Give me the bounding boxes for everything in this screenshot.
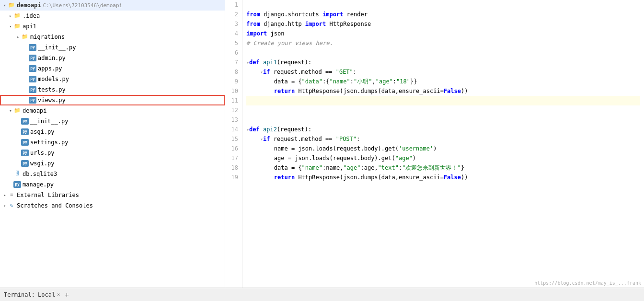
settings-icon: py <box>21 139 29 146</box>
local-tab-close[interactable]: × <box>57 292 60 297</box>
scratches-arrow <box>2 203 8 208</box>
sidebar-item-api1[interactable]: 📁 api1 <box>0 21 225 32</box>
external-icon: ≡ <box>8 192 15 198</box>
code-line-7: ▾def api1(request): <box>246 58 640 67</box>
code-line-1 <box>246 0 640 10</box>
code-line-15: ▾if request.method == "POST": <box>246 134 640 144</box>
code-line-14: ▾def api2(request): <box>246 125 640 134</box>
code-line-6 <box>246 48 640 58</box>
asgi-icon: py <box>21 128 29 135</box>
models-label: models.py <box>38 76 69 82</box>
views-label: views.py <box>38 97 66 104</box>
line-numbers: 1 2 3 4 5 6 7 8 9 10 11 12 13 14 15 16 1… <box>225 0 242 288</box>
tree-root[interactable]: 📁 demoapi C:\Users\72103546\demoapi <box>0 0 225 11</box>
apps-label: apps.py <box>38 65 62 72</box>
sidebar-item-db[interactable]: 🗄 db.sqlite3 <box>0 169 225 179</box>
db-icon: 🗄 <box>13 171 21 177</box>
code-editor[interactable]: 1 2 3 4 5 6 7 8 9 10 11 12 13 14 15 16 1… <box>225 0 644 288</box>
sidebar-item-init-api1[interactable]: py __init__.py <box>0 42 225 53</box>
sidebar-item-tests[interactable]: py tests.py <box>0 84 225 95</box>
code-line-11 <box>246 96 640 105</box>
asgi-label: asgi.py <box>30 128 55 135</box>
terminal-label: Terminal: <box>4 291 35 298</box>
code-line-17: age = json.loads(request.body).get("age"… <box>246 153 640 163</box>
code-line-5: # Create your views here. <box>246 38 640 48</box>
idea-label: .idea <box>23 12 40 19</box>
manage-icon: py <box>13 181 21 188</box>
db-label: db.sqlite3 <box>23 171 57 177</box>
init-api1-icon: py <box>29 44 36 51</box>
apps-icon: py <box>29 65 36 72</box>
wsgi-label: wsgi.py <box>30 160 55 167</box>
code-line-18: data = {"name":name,"age":age,"text":"欢迎… <box>246 163 640 173</box>
wsgi-icon: py <box>21 160 29 167</box>
api1-label: api1 <box>23 23 36 30</box>
settings-label: settings.py <box>30 139 68 146</box>
sidebar-item-models[interactable]: py models.py <box>0 74 225 84</box>
scratches-icon: ✎ <box>8 202 15 209</box>
root-path: C:\Users\72103546\demoapi <box>43 2 123 9</box>
file-tree: 📁 demoapi C:\Users\72103546\demoapi 📁 .i… <box>0 0 225 288</box>
migrations-arrow <box>15 35 21 39</box>
idea-arrow <box>8 13 13 18</box>
init-demoapi-label: __init__.py <box>30 118 68 125</box>
demoapi-label: demoapi <box>23 107 47 114</box>
sidebar-item-asgi[interactable]: py asgi.py <box>0 127 225 137</box>
root-folder-icon: 📁 <box>8 2 15 9</box>
code-line-9: data = {"data":{"name":"小明","age":"18"}} <box>246 77 640 86</box>
manage-label: manage.py <box>23 181 54 188</box>
sidebar-item-settings[interactable]: py settings.py <box>0 137 225 148</box>
demoapi-folder-icon: 📁 <box>13 107 21 114</box>
code-line-3: from django.http import HttpResponse <box>246 19 640 29</box>
local-tab-label: Local <box>38 291 55 298</box>
api1-folder-icon: 📁 <box>13 23 21 30</box>
watermark: https://blog.csdn.net/may_is_...frank <box>531 279 644 287</box>
root-label: demoapi <box>17 2 41 9</box>
code-line-19: return HttpResponse(json.dumps(data,ensu… <box>246 173 640 182</box>
sidebar-item-init-demoapi[interactable]: py __init__.py <box>0 116 225 127</box>
code-line-13 <box>246 115 640 125</box>
code-line-10: return HttpResponse(json.dumps(data,ensu… <box>246 86 640 96</box>
sidebar-item-admin[interactable]: py admin.py <box>0 53 225 63</box>
sidebar-item-scratches[interactable]: ✎ Scratches and Consoles <box>0 200 225 211</box>
code-line-12 <box>246 105 640 115</box>
external-arrow <box>2 193 8 197</box>
sidebar-item-urls[interactable]: py urls.py <box>0 148 225 158</box>
bottom-bar: Terminal: Local × + <box>0 288 644 301</box>
code-line-16: name = json.loads(request.body).get('use… <box>246 144 640 153</box>
code-line-4: import json <box>246 29 640 38</box>
migrations-folder-icon: 📁 <box>21 34 29 40</box>
views-icon: py <box>29 97 36 104</box>
demoapi-arrow <box>8 108 13 113</box>
migrations-label: migrations <box>30 34 65 40</box>
scratches-label: Scratches and Consoles <box>17 202 93 209</box>
sidebar-item-wsgi[interactable]: py wsgi.py <box>0 158 225 169</box>
external-label: External Libraries <box>17 192 79 198</box>
urls-label: urls.py <box>30 150 55 156</box>
sidebar-item-idea[interactable]: 📁 .idea <box>0 11 225 21</box>
code-line-2: from django.shortcuts import render <box>246 10 640 19</box>
sidebar-item-demoapi[interactable]: 📁 demoapi <box>0 105 225 116</box>
sidebar-item-migrations[interactable]: 📁 migrations <box>0 32 225 42</box>
sidebar-item-apps[interactable]: py apps.py <box>0 63 225 74</box>
tests-icon: py <box>29 86 36 93</box>
init-demoapi-icon: py <box>21 118 29 125</box>
root-arrow <box>2 3 8 8</box>
code-lines: from django.shortcuts import render from… <box>242 0 644 288</box>
sidebar-item-manage[interactable]: py manage.py <box>0 179 225 190</box>
sidebar-item-external[interactable]: ≡ External Libraries <box>0 190 225 200</box>
code-line-8: ▾if request.method == "GET": <box>246 67 640 77</box>
admin-label: admin.py <box>38 55 66 61</box>
models-icon: py <box>29 76 36 82</box>
local-tab[interactable]: Local × <box>35 290 63 299</box>
sidebar-item-views[interactable]: py views.py <box>0 95 225 105</box>
api1-arrow <box>8 24 13 29</box>
idea-folder-icon: 📁 <box>13 12 21 19</box>
add-terminal-button[interactable]: + <box>63 291 70 299</box>
init-api1-label: __init__.py <box>38 44 76 51</box>
admin-icon: py <box>29 55 36 61</box>
urls-icon: py <box>21 150 29 156</box>
tests-label: tests.py <box>38 86 66 93</box>
